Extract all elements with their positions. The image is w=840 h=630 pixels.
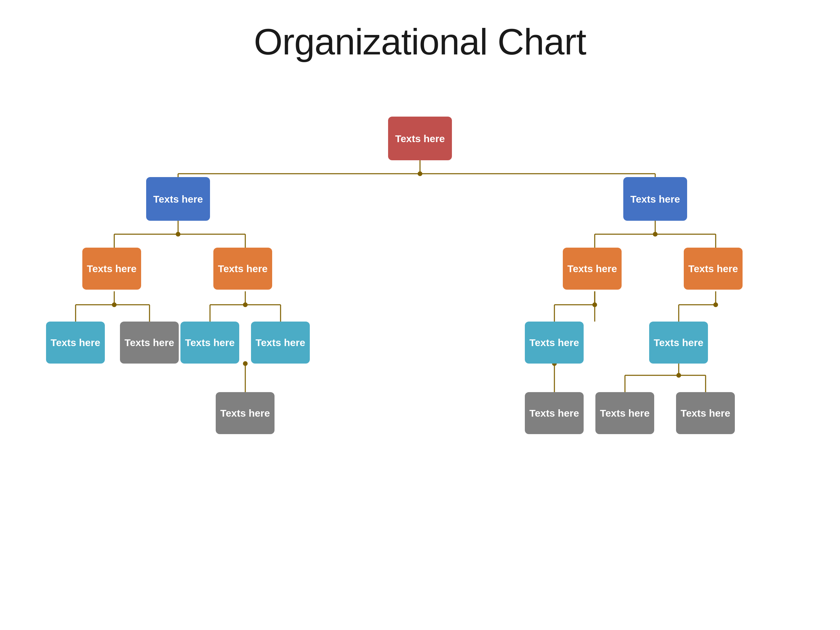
page-title: Organizational Chart xyxy=(254,20,586,63)
svg-point-33 xyxy=(713,302,718,307)
svg-point-26 xyxy=(243,361,248,366)
node-l1-left: Texts here xyxy=(146,177,210,221)
svg-point-9 xyxy=(176,232,180,237)
node-l2-ll: Texts here xyxy=(82,248,141,290)
svg-point-4 xyxy=(418,171,422,176)
svg-point-24 xyxy=(243,302,248,307)
node-l3-rl-child: Texts here xyxy=(525,392,584,434)
node-l3-lr-l: Texts here xyxy=(180,322,239,363)
node-l3-ll-l: Texts here xyxy=(46,322,105,363)
node-l2-rl: Texts here xyxy=(563,248,622,290)
node-l3-rl-l: Texts here xyxy=(525,322,584,363)
node-l1-right: Texts here xyxy=(623,177,687,221)
svg-point-38 xyxy=(676,373,681,378)
node-l2-lr: Texts here xyxy=(213,248,272,290)
svg-point-14 xyxy=(653,232,658,237)
svg-point-19 xyxy=(112,302,117,307)
node-l3-rr-c1: Texts here xyxy=(595,392,654,434)
node-l3-rr-c2: Texts here xyxy=(676,392,735,434)
node-l2-rr: Texts here xyxy=(684,248,742,290)
org-chart: Texts here Texts here Texts here Texts h… xyxy=(17,76,823,614)
node-l3-lr-r: Texts here xyxy=(251,322,310,363)
svg-point-42 xyxy=(592,302,597,307)
node-root: Texts here xyxy=(388,117,452,160)
node-l3-lr-child: Texts here xyxy=(216,392,275,434)
node-l3-ll-r: Texts here xyxy=(120,322,179,363)
node-l3-rr-l: Texts here xyxy=(649,322,708,363)
